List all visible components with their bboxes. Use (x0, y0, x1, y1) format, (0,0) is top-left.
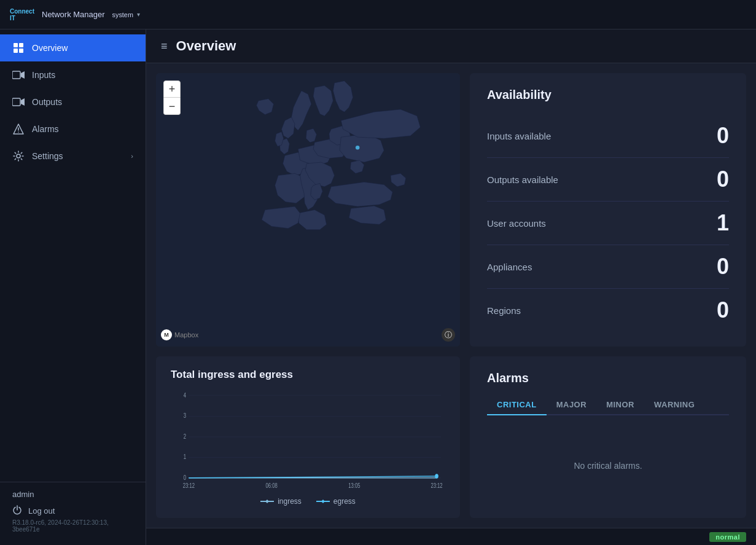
version-label: R3.18.0-rc6, 2024-02-26T12:30:13, 3bee67… (12, 517, 133, 538)
svg-point-13 (356, 146, 359, 149)
availability-value: 0 (717, 297, 729, 323)
mapbox-icon: M (161, 329, 172, 340)
availability-value: 0 (717, 254, 729, 280)
sidebar-item-label: Settings (32, 151, 63, 161)
svg-text:23:12: 23:12 (431, 482, 442, 489)
availability-row-appliances: Appliances 0 (487, 245, 729, 289)
chevron-right-icon: › (131, 152, 133, 160)
tab-warning[interactable]: WARNING (644, 395, 704, 415)
svg-text:3: 3 (184, 412, 186, 419)
page-title: Overview (176, 38, 236, 54)
svg-rect-6 (12, 98, 20, 106)
availability-label: Outputs available (487, 174, 558, 185)
ingress-egress-chart: 4 3 2 1 0 23:12 06:08 13:05 23:12 (171, 390, 445, 492)
availability-value: 0 (717, 123, 729, 149)
svg-rect-0 (14, 43, 18, 47)
app-logo: Connect IT (10, 8, 34, 22)
svg-rect-4 (12, 71, 20, 79)
sidebar-bottom: admin Log out R3.18.0-rc6, 2024-02-26T12… (0, 482, 146, 545)
availability-value: 0 (717, 167, 729, 192)
chart-panel: Total ingress and egress 4 3 2 1 (156, 356, 460, 518)
sidebar-item-label: Overview (32, 43, 68, 53)
tab-minor[interactable]: MINOR (596, 395, 644, 415)
chart-title: Total ingress and egress (171, 369, 445, 381)
svg-text:2: 2 (184, 433, 186, 440)
zoom-in-button[interactable]: + (163, 80, 181, 98)
status-bar: normal (146, 528, 756, 545)
grid-icon (12, 42, 25, 54)
sidebar-item-outputs[interactable]: Outputs (0, 88, 146, 116)
tab-major[interactable]: MAJOR (547, 395, 596, 415)
svg-point-10 (18, 131, 19, 133)
tab-critical[interactable]: CRITICAL (487, 395, 547, 415)
legend-egress: egress (316, 497, 356, 506)
alarms-title: Alarms (487, 371, 729, 385)
main-layout: Overview Inputs Output (0, 29, 756, 545)
page-header: ≡ Overview (146, 29, 756, 63)
sidebar-user: admin (12, 490, 133, 499)
availability-title: Availability (487, 88, 729, 102)
availability-row-outputs: Outputs available 0 (487, 158, 729, 202)
video-in-icon (12, 69, 25, 81)
availability-label: User accounts (487, 218, 546, 229)
map-info-button[interactable]: ⓘ (442, 328, 455, 342)
sidebar-item-label: Outputs (32, 97, 62, 107)
availability-row-inputs: Inputs available 0 (487, 114, 729, 158)
sidebar-nav: Overview Inputs Output (0, 29, 146, 482)
legend-egress-label: egress (333, 497, 356, 506)
system-selector[interactable]: Network Manager system ▾ (42, 10, 140, 19)
availability-label: Appliances (487, 262, 532, 272)
topbar: Connect IT Network Manager system ▾ (0, 0, 756, 29)
svg-text:0: 0 (184, 474, 186, 481)
availability-row-regions: Regions 0 (487, 289, 729, 332)
availability-label: Regions (487, 305, 521, 316)
video-out-icon (12, 96, 25, 108)
svg-text:13:05: 13:05 (348, 482, 360, 489)
sidebar-item-alarms[interactable]: Alarms (0, 116, 146, 143)
svg-marker-5 (21, 71, 25, 79)
chart-legend: ingress egress (171, 497, 445, 506)
svg-point-28 (435, 474, 438, 478)
mapbox-text: Mapbox (174, 331, 198, 339)
power-icon (12, 505, 22, 517)
alarms-content: No critical alarms. (487, 428, 729, 503)
svg-point-11 (17, 154, 20, 158)
sidebar-item-overview[interactable]: Overview (0, 34, 146, 61)
legend-egress-icon (316, 498, 330, 504)
chart-area: 4 3 2 1 0 23:12 06:08 13:05 23:12 (171, 390, 445, 492)
availability-label: Inputs available (487, 131, 551, 141)
logout-label: Log out (28, 506, 55, 516)
sidebar-item-label: Inputs (32, 70, 55, 80)
alert-icon (12, 123, 25, 135)
svg-text:4: 4 (184, 392, 186, 399)
availability-panel: Availability Inputs available 0 Outputs … (470, 73, 746, 347)
gear-icon (12, 150, 25, 162)
svg-rect-1 (19, 43, 23, 47)
mapbox-logo: M Mapbox (161, 329, 198, 340)
svg-rect-2 (14, 49, 18, 53)
sidebar-item-inputs[interactable]: Inputs (0, 61, 146, 88)
chevron-down-icon: ▾ (137, 11, 140, 18)
hamburger-icon[interactable]: ≡ (161, 40, 168, 53)
availability-row-users: User accounts 1 (487, 202, 729, 245)
alarms-panel: Alarms CRITICAL MAJOR MINOR WARNING No c… (470, 356, 746, 518)
status-badge: normal (709, 532, 746, 542)
content-grid: + − (146, 63, 756, 528)
map-footer: M Mapbox ⓘ (161, 328, 455, 342)
no-alarms-message: No critical alarms. (574, 461, 642, 471)
svg-rect-3 (19, 49, 23, 53)
legend-ingress: ingress (260, 497, 302, 506)
legend-ingress-icon (260, 498, 274, 504)
alarms-tabs: CRITICAL MAJOR MINOR WARNING (487, 395, 729, 415)
svg-marker-7 (21, 98, 25, 106)
map-controls: + − (163, 80, 181, 115)
content-area: ≡ Overview + − (146, 29, 756, 545)
zoom-out-button[interactable]: − (163, 98, 181, 115)
world-map (156, 73, 460, 347)
availability-value: 1 (717, 210, 729, 236)
legend-ingress-label: ingress (278, 497, 302, 506)
svg-text:06:08: 06:08 (266, 482, 278, 489)
logout-button[interactable]: Log out (12, 505, 133, 517)
sidebar: Overview Inputs Output (0, 29, 146, 545)
sidebar-item-settings[interactable]: Settings › (0, 143, 146, 170)
